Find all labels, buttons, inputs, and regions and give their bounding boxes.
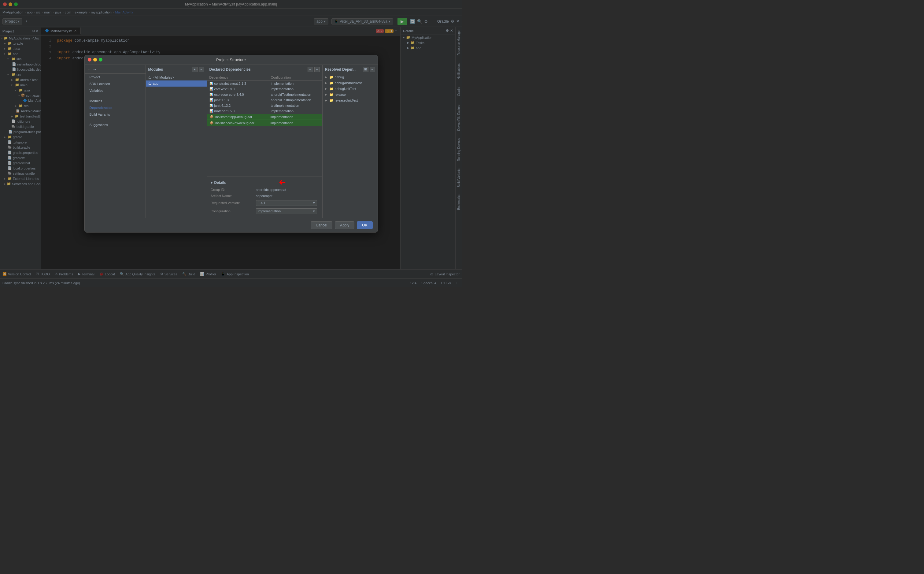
dialog-cancel-button[interactable]: Cancel	[311, 221, 332, 229]
expand-icon: ▶	[325, 76, 328, 79]
modules-add-button[interactable]: +	[192, 67, 198, 72]
module-label: app	[153, 82, 159, 85]
folder-icon: 📁	[329, 87, 333, 91]
dialog-body: ← → Project SDK Location Variables Modul…	[85, 65, 378, 218]
dep-row[interactable]: 📊 junit:1.1.3 androidTestImplementation	[207, 97, 322, 103]
declared-deps-header: Declared Dependencies + −	[207, 65, 322, 74]
conf-col-header: Configuration	[271, 76, 320, 79]
dialog-resolved-panel: Resolved Depen... ⊞ − ▶ 📁 debug ▶ 📁 debu…	[322, 65, 378, 218]
module-item-app[interactable]: 🗂 app	[146, 80, 207, 87]
dialog-left-nav: ← → Project SDK Location Variables Modul…	[85, 65, 146, 218]
nav-item-project[interactable]: Project	[85, 74, 146, 80]
module-item-all[interactable]: 🗂 <All Modules>	[146, 74, 207, 80]
dialog-close-button[interactable]	[88, 58, 91, 62]
version-label: Requested Version:	[211, 201, 253, 205]
nav-item-suggestions[interactable]: Suggestions	[85, 121, 146, 128]
resolved-filter-button[interactable]: ⊞	[363, 67, 368, 72]
dialog-footer: Cancel Apply OK	[85, 218, 378, 232]
nav-item-dependencies[interactable]: Dependencies	[85, 104, 146, 111]
dep-name: core-ktx:1.8.0	[214, 87, 271, 91]
dep-row[interactable]: 📊 core-ktx:1.8.0 implementation	[207, 86, 322, 92]
dep-row[interactable]: 📊 junit:4.13.2 testImplementation	[207, 103, 322, 108]
dep-name: libs/libcocos2dx-debug.aar	[215, 121, 270, 125]
dialog-minimize-button[interactable]	[93, 58, 97, 62]
dep-icon: 📊	[209, 98, 213, 102]
resolved-item-debugunittest[interactable]: ▶ 📁 debugUnitTest	[322, 86, 378, 92]
nav-forward-icon[interactable]: →	[93, 67, 97, 72]
declared-deps-actions: + −	[308, 67, 320, 72]
dep-name: junit:1.1.3	[214, 98, 271, 102]
config-label: Configuration:	[211, 209, 253, 213]
nav-back-icon[interactable]: ←	[87, 67, 91, 72]
dialog-title-bar: Project Structure	[85, 55, 378, 65]
version-select[interactable]: 1.4.1 ▾	[256, 200, 317, 206]
resolved-close-button[interactable]: −	[370, 67, 375, 72]
expand-icon: ▶	[325, 93, 328, 96]
resolved-title: Resolved Depen...	[325, 67, 357, 72]
dialog-ok-button[interactable]: OK	[357, 221, 372, 229]
dep-conf: testImplementation	[271, 104, 320, 107]
modules-title: Modules	[148, 67, 163, 72]
resolved-item-label: debugUnitTest	[335, 87, 356, 91]
dialog-details: ▾ Details Group ID: androidx.appcompat A…	[207, 177, 322, 218]
dep-icon: 📊	[209, 93, 213, 96]
deps-remove-button[interactable]: −	[314, 67, 320, 72]
dep-icon: 📊	[209, 82, 213, 85]
dialog-modules-panel: Modules + − 🗂 <All Modules> 🗂 app	[146, 65, 207, 218]
folder-icon: 📁	[329, 81, 333, 85]
dep-row[interactable]: 📊 espresso-core:3.4.0 androidTestImpleme…	[207, 92, 322, 97]
dep-conf: implementation	[271, 109, 320, 113]
dep-row-highlighted-1[interactable]: 📦 libs/instantapp-debug.aar implementati…	[207, 114, 322, 120]
dialog-title: Project Structure	[216, 58, 246, 62]
config-field: implementation ▾	[256, 208, 319, 214]
resolved-item-release[interactable]: ▶ 📁 release	[322, 92, 378, 98]
dep-row-highlighted-2[interactable]: 📦 libs/libcocos2dx-debug.aar implementat…	[207, 120, 322, 126]
chevron-down-icon: ▾	[313, 209, 315, 213]
dialog-apply-button[interactable]: Apply	[335, 221, 354, 229]
module-icon: 🗂	[148, 76, 152, 79]
resolved-panel-header: Resolved Depen... ⊞ −	[322, 65, 378, 74]
dep-name: junit:4.13.2	[214, 104, 271, 107]
dep-name: espresso-core:3.4.0	[214, 93, 271, 96]
artifact-label: Artifact Name:	[211, 194, 253, 198]
resolved-item-label: release	[335, 93, 346, 96]
dep-icon: 📊	[209, 109, 213, 113]
dialog-deps-panel: Declared Dependencies + − Dependency Con…	[207, 65, 322, 218]
dialog-maximize-button[interactable]	[99, 58, 102, 62]
declared-deps-title: Declared Dependencies	[209, 67, 251, 72]
modules-panel-header: Modules + −	[146, 65, 207, 74]
nav-item-variables[interactable]: Variables	[85, 87, 146, 94]
config-select[interactable]: implementation ▾	[256, 208, 317, 214]
deps-table-header: Dependency Configuration	[207, 74, 322, 81]
expand-icon: ▶	[325, 87, 328, 90]
expand-icon: ▶	[325, 99, 328, 102]
dep-conf: implementation	[270, 121, 319, 125]
modules-remove-button[interactable]: −	[199, 67, 204, 72]
resolved-item-debugandroidtest[interactable]: ▶ 📁 debugAndroidTest	[322, 80, 378, 86]
version-value: 1.4.1	[258, 201, 266, 205]
config-value: implementation	[258, 209, 281, 213]
nav-item-build-variants[interactable]: Build Variants	[85, 111, 146, 118]
resolved-item-debug[interactable]: ▶ 📁 debug	[322, 74, 378, 80]
resolved-item-label: debug	[335, 75, 344, 79]
dep-name: constraintlayout:2.1.3	[214, 82, 271, 85]
nav-item-sdk[interactable]: SDK Location	[85, 80, 146, 87]
details-title: Details	[214, 181, 226, 185]
dep-icon: 📦	[210, 115, 214, 118]
deps-table: 📊 constraintlayout:2.1.3 implementation …	[207, 81, 322, 177]
folder-icon: 📁	[329, 75, 333, 79]
deps-add-button[interactable]: +	[308, 67, 313, 72]
nav-item-modules[interactable]: Modules	[85, 98, 146, 104]
artifact-value: appcompat	[256, 194, 319, 198]
dep-conf: implementation	[270, 115, 319, 119]
dep-col-header: Dependency	[209, 76, 271, 79]
resolved-item-releaseunittest[interactable]: ▶ 📁 releaseUnitTest	[322, 98, 378, 103]
chevron-down-icon: ▾	[211, 181, 212, 185]
dep-conf: androidTestImplementation	[271, 98, 320, 102]
dialog-overlay: Project Structure ← → Project SDK Locati…	[0, 0, 462, 287]
folder-icon: 📁	[329, 93, 333, 97]
dep-row[interactable]: 📊 constraintlayout:2.1.3 implementation	[207, 81, 322, 86]
dep-conf: implementation	[271, 87, 320, 91]
modules-actions: + −	[192, 67, 204, 72]
dep-row[interactable]: 📊 material:1.5.0 implementation	[207, 108, 322, 114]
